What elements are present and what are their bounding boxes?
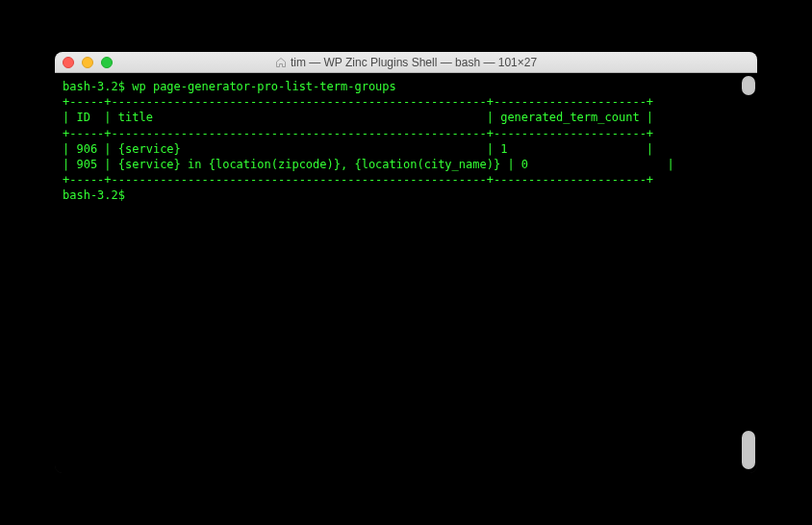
table-row: | 905 | {service} in {location(zipcode)}… bbox=[63, 157, 749, 172]
close-icon[interactable] bbox=[63, 57, 74, 68]
traffic-lights bbox=[63, 57, 113, 68]
window-title: tim — WP Zinc Plugins Shell — bash — 101… bbox=[55, 56, 757, 69]
table-divider: +-----+---------------------------------… bbox=[63, 172, 749, 188]
command-text: wp page-generator-pro-list-term-groups bbox=[132, 80, 396, 93]
table-row: | 906 | {service} | 1 | bbox=[63, 141, 749, 157]
scrollbar-thumb[interactable] bbox=[742, 76, 755, 95]
terminal-line-prompt: bash-3.2$ bbox=[63, 188, 749, 203]
table-header: | ID | title | generated_term_count | bbox=[63, 110, 749, 125]
table-divider: +-----+---------------------------------… bbox=[63, 94, 749, 110]
maximize-icon[interactable] bbox=[101, 57, 113, 68]
terminal-window: tim — WP Zinc Plugins Shell — bash — 101… bbox=[55, 52, 757, 473]
terminal-line-command: bash-3.2$ wp page-generator-pro-list-ter… bbox=[63, 79, 749, 94]
prompt: bash-3.2$ bbox=[63, 80, 132, 93]
terminal-body[interactable]: bash-3.2$ wp page-generator-pro-list-ter… bbox=[55, 73, 757, 473]
window-titlebar[interactable]: tim — WP Zinc Plugins Shell — bash — 101… bbox=[55, 52, 757, 73]
minimize-icon[interactable] bbox=[82, 57, 93, 68]
table-divider: +-----+---------------------------------… bbox=[63, 126, 749, 141]
window-title-text: tim — WP Zinc Plugins Shell — bash — 101… bbox=[291, 56, 537, 69]
prompt: bash-3.2$ bbox=[63, 188, 132, 202]
home-icon bbox=[275, 57, 287, 68]
scrollbar-thumb[interactable] bbox=[742, 431, 755, 469]
